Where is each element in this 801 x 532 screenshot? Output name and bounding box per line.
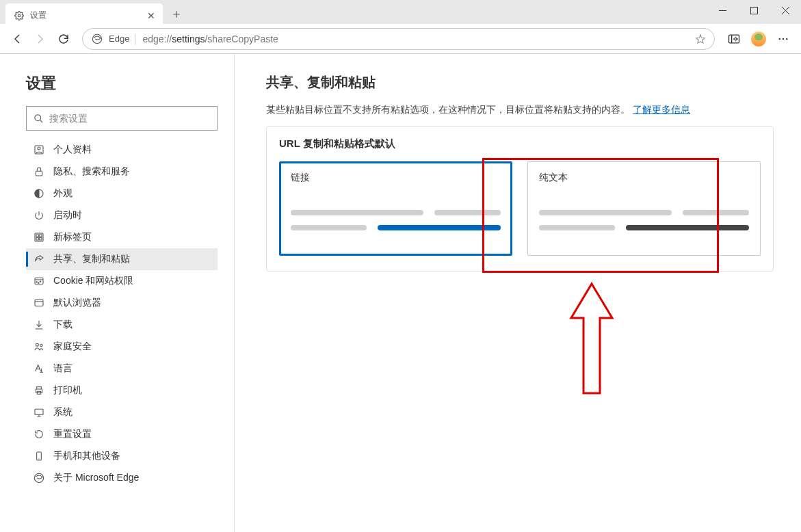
sidebar-item-download[interactable]: 下载: [26, 314, 218, 336]
sidebar-item-label: 下载: [53, 319, 73, 331]
site-identity-label: Edge: [109, 34, 129, 44]
page-heading: 共享、复制和粘贴: [266, 73, 774, 92]
family-icon: [31, 341, 47, 352]
placeholder-bar: [539, 210, 672, 215]
svg-point-23: [36, 343, 38, 346]
refresh-button[interactable]: [52, 27, 75, 51]
sidebar-item-appearance[interactable]: 外观: [26, 183, 218, 204]
svg-point-21: [40, 281, 40, 282]
svg-point-0: [18, 14, 21, 17]
settings-nav-list: 个人资料隐私、搜索和服务外观启动时新标签页共享、复制和粘贴Cookie 和网站权…: [26, 139, 218, 489]
sidebar-item-reset[interactable]: 重置设置: [26, 423, 218, 445]
more-button[interactable]: [771, 27, 796, 51]
learn-more-link[interactable]: 了解更多信息: [633, 104, 690, 115]
svg-point-5: [779, 38, 780, 39]
svg-rect-27: [35, 409, 43, 414]
browser-tab[interactable]: 设置 ✕: [5, 3, 163, 27]
sidebar-item-family[interactable]: 家庭安全: [26, 336, 218, 358]
url-text: edge://settings/shareCopyPaste: [142, 34, 278, 44]
svg-point-7: [786, 38, 787, 39]
share-icon: [31, 254, 47, 265]
svg-rect-14: [36, 235, 38, 237]
svg-rect-16: [36, 238, 38, 240]
option-plaintext-title: 纯文本: [539, 172, 749, 184]
new-tab-button[interactable]: [167, 5, 186, 24]
sidebar-item-label: 打印机: [53, 384, 82, 397]
svg-rect-15: [40, 235, 42, 237]
forward-button[interactable]: [29, 27, 52, 51]
sidebar-item-label: 个人资料: [53, 144, 92, 156]
favorite-star-icon[interactable]: [695, 34, 706, 44]
placeholder-bar: [291, 210, 423, 215]
back-button[interactable]: [5, 27, 29, 51]
svg-point-4: [735, 38, 737, 40]
toolbar-right: [722, 27, 796, 51]
sidebar-item-label: 关于 Microsoft Edge: [53, 472, 139, 484]
settings-main: 共享、复制和粘贴 某些粘贴目标位置不支持所有粘贴选项，在这种情况下，目标位置将粘…: [235, 54, 801, 532]
address-bar[interactable]: Edge edge://settings/shareCopyPaste: [82, 28, 715, 50]
grid-icon: [31, 232, 47, 243]
sidebar-item-cookie[interactable]: Cookie 和网站权限: [26, 270, 218, 292]
format-options: 链接 纯文本: [279, 161, 761, 256]
placeholder-bar: [291, 225, 367, 230]
collections-button[interactable]: [722, 27, 746, 51]
page-description: 某些粘贴目标位置不支持所有粘贴选项，在这种情况下，目标位置将粘贴支持的内容。 了…: [266, 104, 774, 116]
sidebar-item-printer[interactable]: 打印机: [26, 380, 218, 401]
sidebar-item-about[interactable]: 关于 Microsoft Edge: [26, 467, 218, 489]
sidebar-item-label: 外观: [53, 187, 73, 200]
search-icon: [34, 114, 44, 124]
search-settings-input[interactable]: [49, 113, 210, 124]
lock-icon: [31, 166, 47, 177]
annotation-arrow-icon: [564, 277, 619, 414]
sidebar-item-system[interactable]: 系统: [26, 401, 218, 423]
profile-button[interactable]: [746, 27, 771, 51]
edge-icon: [91, 33, 103, 45]
option-link-title: 链接: [291, 172, 501, 184]
address-separator: [135, 34, 135, 44]
search-settings-box[interactable]: [26, 106, 218, 131]
option-plaintext[interactable]: 纯文本: [527, 161, 761, 256]
sidebar-item-power[interactable]: 启动时: [26, 204, 218, 226]
profile-avatar-icon: [751, 31, 766, 46]
sidebar-item-label: 启动时: [53, 209, 82, 222]
about-icon: [31, 473, 47, 483]
svg-point-24: [40, 344, 42, 346]
window-close-button[interactable]: [770, 0, 801, 21]
sidebar-item-label: 新标签页: [53, 231, 92, 243]
window-maximize-button[interactable]: [738, 0, 770, 21]
svg-point-20: [38, 282, 39, 283]
sidebar-item-browser[interactable]: 默认浏览器: [26, 292, 218, 314]
sidebar-item-language[interactable]: 语言: [26, 358, 218, 380]
svg-rect-11: [36, 171, 42, 176]
browser-icon: [31, 297, 47, 308]
svg-rect-22: [35, 300, 43, 306]
sidebar-item-profile[interactable]: 个人资料: [26, 139, 218, 161]
sidebar-item-lock[interactable]: 隐私、搜索和服务: [26, 161, 218, 183]
window-controls: [707, 0, 801, 21]
sidebar-item-label: 默认浏览器: [53, 297, 101, 309]
sidebar-item-label: 语言: [53, 362, 73, 375]
browser-toolbar: Edge edge://settings/shareCopyPaste: [0, 24, 801, 54]
svg-point-19: [36, 282, 37, 282]
sidebar-item-label: 隐私、搜索和服务: [53, 165, 130, 178]
card-title: URL 复制和粘贴格式默认: [279, 137, 761, 150]
option-link[interactable]: 链接: [279, 161, 512, 256]
window-minimize-button[interactable]: [707, 0, 738, 21]
placeholder-bar-accent: [378, 225, 501, 230]
svg-rect-17: [40, 238, 42, 240]
appearance-icon: [31, 188, 47, 199]
sidebar-item-label: 系统: [53, 406, 73, 418]
placeholder-bar: [683, 210, 749, 215]
tab-close-button[interactable]: ✕: [146, 10, 156, 21]
sidebar-item-label: Cookie 和网站权限: [53, 275, 133, 287]
download-icon: [31, 319, 47, 330]
sidebar-item-share[interactable]: 共享、复制和粘贴: [26, 248, 218, 270]
placeholder-bar: [539, 225, 615, 230]
printer-icon: [31, 385, 47, 396]
cookie-icon: [31, 276, 47, 287]
sidebar-item-grid[interactable]: 新标签页: [26, 226, 218, 248]
power-icon: [31, 210, 47, 221]
svg-rect-25: [36, 389, 42, 393]
sidebar-item-phone[interactable]: 手机和其他设备: [26, 445, 218, 467]
window-titlebar: 设置 ✕: [0, 0, 801, 24]
